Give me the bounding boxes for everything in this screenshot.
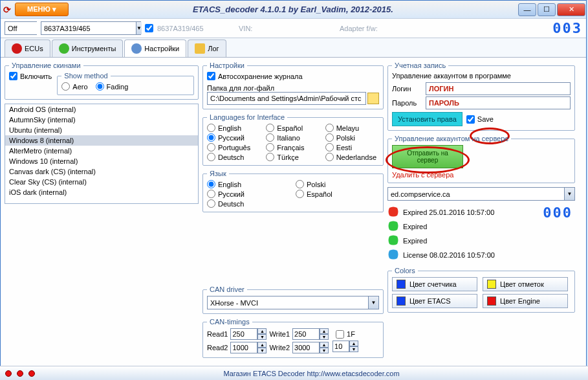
iface-lang-radio[interactable]: Polski bbox=[325, 133, 379, 142]
iface-lang-radio[interactable]: Português bbox=[207, 143, 261, 151]
send-to-server-button[interactable]: Отправить на сервер bbox=[392, 145, 463, 168]
save-check[interactable]: Save bbox=[466, 115, 494, 124]
ecus-icon bbox=[12, 43, 22, 54]
app-icon: ⟳ bbox=[3, 5, 11, 15]
status-led bbox=[5, 370, 12, 377]
color-counter-button[interactable]: Цвет счетчика bbox=[392, 277, 477, 291]
tools-icon bbox=[59, 43, 69, 54]
status-led bbox=[28, 370, 35, 377]
skin-list[interactable]: Android OS (internal)AutumnSky (internal… bbox=[5, 104, 199, 204]
skin-list-item[interactable]: Android OS (internal) bbox=[5, 104, 198, 115]
show-fading-radio[interactable]: Fading bbox=[96, 82, 129, 91]
lang-radio[interactable]: Polski bbox=[296, 180, 379, 188]
partnum-disabled-label: 8637A319/465 bbox=[157, 25, 235, 32]
iface-lang-radio[interactable]: Русский bbox=[207, 133, 261, 142]
iface-lang-radio[interactable]: Nederlandse bbox=[325, 153, 379, 161]
iface-lang-fieldset: Languages for Interface EnglishEspañolMe… bbox=[202, 113, 384, 166]
status-url[interactable]: Магазин ETACS Decoder http://www.etacsde… bbox=[40, 370, 583, 377]
lang-radio[interactable]: English bbox=[207, 180, 290, 188]
maximize-button[interactable]: ☐ bbox=[538, 3, 556, 16]
iface-lang-radio[interactable]: English bbox=[207, 124, 261, 132]
license-counter: 000 bbox=[543, 205, 572, 221]
colors-fieldset: Colors Цвет счетчика Цвет отметок Цвет E… bbox=[387, 267, 575, 313]
license-row: Expired bbox=[387, 234, 575, 247]
tab-log[interactable]: Лог bbox=[188, 39, 226, 57]
skin-list-item[interactable]: Clear Sky (CS) (internal) bbox=[5, 177, 198, 187]
license-row: Expired bbox=[387, 220, 575, 233]
log-icon bbox=[195, 43, 205, 54]
vin-label: VIN: bbox=[239, 25, 336, 32]
license-status-icon bbox=[387, 234, 399, 247]
titlebar: ⟳ МЕНЮ ▾ ETACS_decoder 4.1.0.1 by Earl_V… bbox=[1, 1, 586, 19]
iface-lang-radio[interactable]: Español bbox=[266, 124, 320, 132]
browse-folder-icon[interactable] bbox=[367, 93, 379, 104]
skin-list-item[interactable]: iOS dark (internal) bbox=[5, 187, 198, 197]
skin-list-item[interactable]: Windows 10 (internal) bbox=[5, 156, 198, 166]
settings-fieldset: Настройки Автосохранение журнала Папка д… bbox=[202, 61, 384, 109]
skin-list-item[interactable]: AutumnSky (internal) bbox=[5, 115, 198, 125]
license-status-icon bbox=[387, 206, 399, 219]
log-folder-input[interactable] bbox=[207, 92, 366, 105]
partnum-combo[interactable]: ▼ bbox=[41, 21, 141, 35]
license-row: License 08.02.2016 10:57:00 bbox=[387, 249, 575, 262]
skin-list-item[interactable]: Ubuntu (internal) bbox=[5, 125, 198, 135]
password-input[interactable] bbox=[426, 96, 571, 109]
skin-list-item[interactable]: Windows 8 (internal) bbox=[5, 135, 198, 146]
skin-list-item[interactable]: AlterMetro (internal) bbox=[5, 146, 198, 156]
color-engine-button[interactable]: Цвет Engine bbox=[483, 294, 568, 308]
iface-lang-radio[interactable]: Deutsch bbox=[207, 153, 261, 161]
lang-radio[interactable]: Deutsch bbox=[207, 199, 290, 208]
read2-spin[interactable]: ▲▼ bbox=[230, 342, 267, 353]
set-rights-button[interactable]: Установить права bbox=[392, 112, 463, 126]
ten-spin[interactable]: ▲▼ bbox=[332, 341, 358, 352]
onoff-combo[interactable]: ▼ bbox=[5, 21, 37, 35]
tab-instruments[interactable]: Инструменты bbox=[52, 39, 124, 57]
license-status-icon bbox=[387, 220, 399, 233]
iface-lang-radio[interactable]: Melayu bbox=[325, 124, 379, 132]
read1-spin[interactable]: ▲▼ bbox=[230, 328, 267, 340]
show-aero-radio[interactable]: Aero bbox=[61, 82, 87, 91]
menu-button[interactable]: МЕНЮ ▾ bbox=[15, 3, 69, 16]
account-fieldset: Учетная запись Управление аккаунтом в пр… bbox=[387, 61, 575, 131]
enable-skins-check[interactable]: Включить bbox=[9, 72, 52, 80]
statusbar: Магазин ETACS Decoder http://www.etacsde… bbox=[0, 366, 588, 380]
adapter-label: Adapter f/w: bbox=[340, 25, 549, 32]
iface-lang-radio[interactable]: Türkçe bbox=[266, 153, 320, 161]
partnum-check[interactable] bbox=[145, 24, 153, 32]
lang-radio[interactable]: Русский bbox=[207, 190, 290, 198]
delete-from-server-link[interactable]: Удалить с сервера bbox=[392, 171, 571, 179]
write1-spin[interactable]: ▲▼ bbox=[292, 328, 329, 340]
account-subtitle: Управление аккаунтом в программе bbox=[392, 72, 571, 80]
lang-radio[interactable]: Español bbox=[296, 190, 379, 198]
login-input[interactable] bbox=[426, 82, 571, 95]
can-timings-fieldset: CAN-timings Read1 ▲▼ Write1 ▲▼ Read2 ▲▼ … bbox=[202, 318, 384, 358]
window-title: ETACS_decoder 4.1.0.1 by Earl_Vadim, 201… bbox=[69, 5, 517, 14]
tab-settings[interactable]: Настройки bbox=[124, 39, 186, 57]
minimize-button[interactable]: — bbox=[518, 3, 536, 16]
tab-ecus[interactable]: ECUs bbox=[5, 39, 50, 57]
lang-fieldset: Язык EnglishPolskiРусскийEspañolDeutsch bbox=[202, 170, 384, 212]
server-account-fieldset: Управление аккаунтом на сервере Отправит… bbox=[387, 135, 575, 183]
onef-check[interactable]: 1F bbox=[336, 330, 355, 339]
color-marks-button[interactable]: Цвет отметок bbox=[483, 277, 568, 291]
close-button[interactable]: ✕ bbox=[557, 3, 585, 16]
can-driver-fieldset: CAN driver ▼ bbox=[202, 285, 384, 314]
can-driver-combo[interactable]: ▼ bbox=[207, 296, 379, 309]
server-host-combo[interactable]: ▼ bbox=[387, 187, 575, 201]
toolbar: ▼ ▼ 8637A319/465 VIN: Adapter f/w: 003 bbox=[1, 19, 586, 38]
tabbar: ECUs Инструменты Настройки Лог bbox=[1, 38, 586, 58]
counter-display: 003 bbox=[552, 20, 582, 36]
skin-list-item[interactable]: Canvas dark (CS) (internal) bbox=[5, 166, 198, 177]
license-status-icon bbox=[387, 249, 399, 262]
license-list: 000 Expired 25.01.2016 10:57:00ExpiredEx… bbox=[387, 205, 575, 263]
iface-lang-radio[interactable]: Français bbox=[266, 143, 320, 151]
gear-icon bbox=[131, 43, 142, 54]
color-etacs-button[interactable]: Цвет ETACS bbox=[392, 294, 477, 308]
skins-fieldset: Управление скинами Включить Show method … bbox=[5, 61, 199, 100]
folder-label: Папка для лог-файл bbox=[207, 84, 379, 92]
iface-lang-radio[interactable]: Eesti bbox=[325, 143, 379, 151]
status-led bbox=[17, 370, 23, 377]
write2-spin[interactable]: ▲▼ bbox=[292, 342, 329, 353]
iface-lang-radio[interactable]: Italiano bbox=[266, 133, 320, 142]
autosave-check[interactable]: Автосохранение журнала bbox=[207, 72, 379, 80]
